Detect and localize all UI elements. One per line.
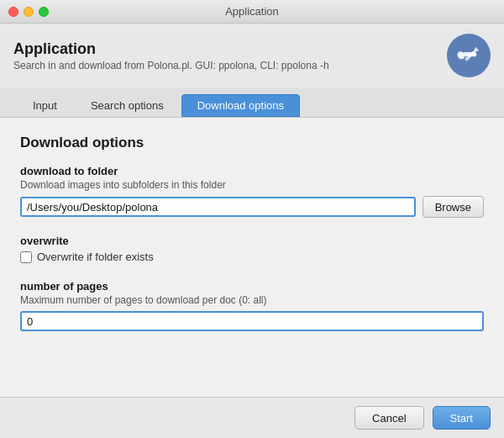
- tab-bar: Input Search options Download options: [0, 87, 504, 118]
- app-title: Application: [13, 40, 329, 58]
- section-title: Download options: [20, 135, 484, 151]
- tools-icon: [454, 41, 483, 70]
- download-to-folder-label: download to folder: [20, 165, 484, 177]
- tab-search-options[interactable]: Search options: [75, 94, 180, 117]
- overwrite-checkbox-label: Overwrite if folder exists: [37, 251, 154, 263]
- download-to-folder-row: Browse: [20, 196, 484, 218]
- tab-download-options[interactable]: Download options: [181, 94, 300, 117]
- download-to-folder-group: download to folder Download images into …: [20, 165, 484, 218]
- app-icon: [447, 34, 491, 77]
- main-content: Download options download to folder Down…: [0, 118, 504, 397]
- cancel-button[interactable]: Cancel: [354, 406, 423, 430]
- number-of-pages-label: number of pages: [20, 280, 484, 293]
- footer: Cancel Start: [0, 397, 504, 438]
- download-folder-input[interactable]: [20, 197, 416, 217]
- traffic-lights: [8, 7, 49, 17]
- tab-input[interactable]: Input: [17, 94, 73, 117]
- download-to-folder-description: Download images into subfolders in this …: [20, 179, 484, 191]
- window-title: Application: [225, 5, 279, 18]
- overwrite-group: overwrite Overwrite if folder exists: [20, 235, 484, 263]
- maximize-button[interactable]: [39, 7, 49, 17]
- app-subtitle: Search in and download from Polona.pl. G…: [13, 60, 329, 71]
- app-header-text: Application Search in and download from …: [13, 40, 329, 71]
- number-of-pages-group: number of pages Maximum number of pages …: [20, 280, 484, 331]
- app-header: Application Search in and download from …: [0, 24, 504, 87]
- title-bar: Application: [0, 0, 504, 24]
- minimize-button[interactable]: [24, 7, 34, 17]
- browse-button[interactable]: Browse: [423, 196, 484, 218]
- number-of-pages-input[interactable]: [20, 311, 484, 331]
- number-of-pages-description: Maximum number of pages to download per …: [20, 294, 484, 306]
- close-button[interactable]: [8, 7, 18, 17]
- overwrite-label: overwrite: [20, 235, 484, 247]
- start-button[interactable]: Start: [433, 406, 491, 430]
- overwrite-checkbox-row: Overwrite if folder exists: [20, 251, 484, 263]
- overwrite-checkbox[interactable]: [20, 251, 32, 263]
